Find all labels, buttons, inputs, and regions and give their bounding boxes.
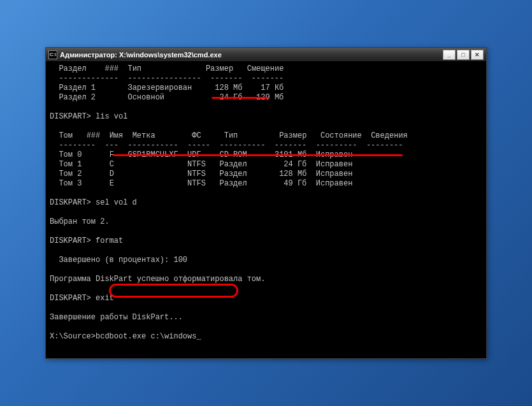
prompt-line: DISKPART> format [50, 236, 123, 245]
cursor: _ [196, 332, 201, 341]
volume-row: Том 2 D NTFS Раздел 128 Мб Исправен [50, 170, 352, 178]
output-line: Завершение работы DiskPart... [50, 313, 183, 322]
output-line: Завершено (в процентах): 100 [50, 256, 187, 265]
partition-row: Раздел 1 Зарезервирован 128 Мб 17 Кб [50, 83, 284, 92]
output-line: Выбран том 2. [50, 217, 110, 226]
volume-row: Том 3 E NTFS Раздел 49 Гб Исправен [50, 179, 352, 188]
cmd-icon: C:\ [48, 50, 57, 59]
highlight-circle-icon [109, 284, 238, 298]
prompt-line: DISKPART> sel vol d [50, 198, 137, 207]
highlight-underline-icon [113, 154, 403, 156]
volume-row: Том 1 C NTFS Раздел 24 Гб Исправен [50, 160, 352, 169]
volume-header: Том ### Имя Метка ФС Тип Размер Состояни… [50, 131, 408, 140]
prompt-line: DISKPART> lis vol [50, 112, 127, 121]
command-input[interactable]: bcdboot.exe c:\windows [96, 332, 196, 341]
close-button[interactable]: ✕ [471, 50, 484, 60]
cmd-window: C:\ Администратор: X:\windows\system32\c… [45, 47, 487, 359]
minimize-button[interactable]: _ [443, 50, 456, 60]
window-title: Администратор: X:\windows\system32\cmd.e… [60, 51, 443, 59]
highlight-underline-icon [212, 97, 269, 99]
window-controls: _ □ ✕ [443, 50, 484, 60]
partition-header: Раздел ### Тип Размер Смещение [50, 64, 284, 73]
output-line: Программа DiskPart успешно отформатирова… [50, 275, 265, 284]
terminal-output[interactable]: Раздел ### Тип Размер Смещение ---------… [46, 62, 486, 358]
final-prompt: X:\Source> [50, 332, 96, 341]
maximize-button[interactable]: □ [457, 50, 470, 60]
prompt-line: DISKPART> exit [50, 294, 114, 303]
titlebar[interactable]: C:\ Администратор: X:\windows\system32\c… [46, 48, 486, 62]
